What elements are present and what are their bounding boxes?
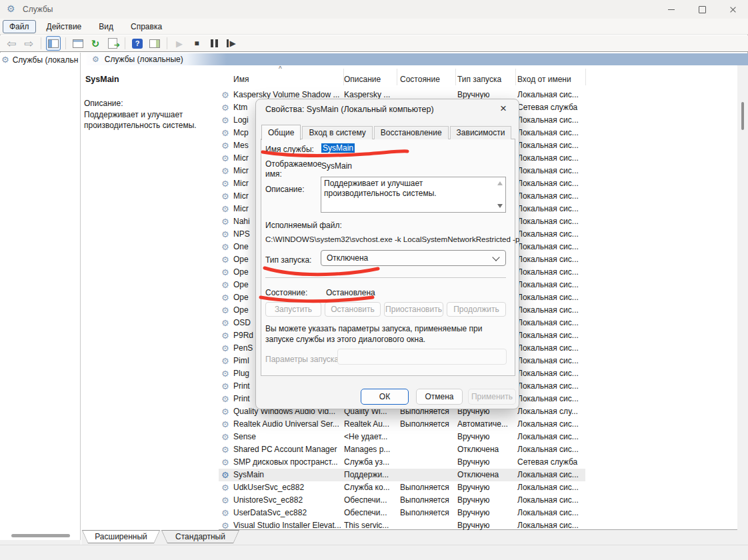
service-gear-icon: ⚙	[221, 481, 229, 494]
service-gear-icon: ⚙	[221, 431, 229, 443]
close-button[interactable]	[717, 0, 748, 19]
service-gear-icon: ⚙	[221, 329, 229, 342]
services-gear-icon: ⚙	[92, 55, 99, 64]
apply-button[interactable]: Применить	[468, 389, 516, 405]
maximize-button[interactable]	[687, 0, 717, 19]
start-service-icon[interactable]: ▶	[172, 36, 187, 51]
dialog-tab-вход-в-систему[interactable]: Вход в систему	[302, 126, 372, 139]
service-button-4[interactable]: Продолжить	[447, 302, 506, 317]
cell-logon-as: Локальная сис...	[517, 228, 584, 241]
service-gear-icon: ⚙	[221, 241, 229, 253]
menu-item-файл[interactable]: Файл	[3, 20, 36, 33]
service-button-2[interactable]: Остановить	[325, 302, 381, 317]
service-button-1[interactable]: Запустить	[265, 302, 321, 317]
cell-logon-as: Локальная сис...	[517, 203, 584, 215]
menu-item-действие[interactable]: Действие	[40, 20, 89, 33]
table-row[interactable]: ⚙UnistoreSvc_ec882Обеспечи...Выполняется…	[219, 494, 585, 507]
column-header-5[interactable]: Вход от имени	[517, 75, 571, 84]
cell-status: Выполняется	[400, 507, 456, 519]
table-row[interactable]: ⚙Shared PC Account ManagerManages p...От…	[219, 443, 585, 456]
menu-item-вид[interactable]: Вид	[92, 20, 120, 33]
ok-button[interactable]: ОК	[361, 389, 409, 405]
list-vertical-scrollbar[interactable]	[737, 65, 748, 530]
cancel-button[interactable]: Отмена	[416, 389, 463, 405]
selected-service-name: SysMain	[85, 75, 119, 84]
refresh-icon[interactable]: ↻	[88, 36, 103, 51]
properties-icon[interactable]	[71, 36, 85, 51]
cell-startup-type: Вручную	[457, 507, 516, 519]
service-gear-icon: ⚙	[221, 101, 229, 114]
help-icon[interactable]: ?	[130, 36, 145, 51]
description-text: Поддерживает и улучшает производительнос…	[324, 179, 495, 199]
service-gear-icon: ⚙	[221, 114, 229, 127]
stop-service-icon[interactable]: ■	[189, 36, 204, 51]
service-description: Поддерживает и улучшает производительнос…	[84, 109, 208, 131]
column-header-2[interactable]: Описание	[344, 75, 381, 84]
service-gear-icon: ⚙	[221, 418, 229, 431]
toolbar-separator	[125, 37, 125, 49]
column-divider[interactable]	[585, 69, 586, 85]
column-divider[interactable]	[397, 69, 397, 85]
column-header-3[interactable]: Состояние	[400, 75, 440, 84]
column-divider[interactable]	[455, 69, 456, 85]
column-divider[interactable]	[515, 69, 516, 85]
cell-logon-as: Локальная сис...	[517, 393, 584, 405]
console-tree-icon[interactable]	[46, 36, 61, 51]
back-icon[interactable]: ⇦	[4, 36, 19, 51]
export-list-icon[interactable]: ➔	[105, 36, 120, 51]
view-tab-стандартный[interactable]: Стандартный	[161, 530, 239, 543]
params-label: Параметры запуска:	[265, 355, 341, 364]
table-row[interactable]: ⚙Realtek Audio Universal Ser...Realtek A…	[219, 418, 585, 431]
cell-description: Поддержи...	[344, 469, 396, 481]
state-value: Остановлена	[326, 288, 375, 297]
view-tab-расширенный[interactable]: Расширенный	[82, 530, 160, 543]
cell-name: Realtek Audio Universal Ser...	[233, 418, 341, 431]
table-row[interactable]: ⚙Sense<Не удает...ВручнуюЛокальная сис..…	[219, 431, 585, 443]
services-window: ⚙ Службы ФайлДействиеВидСправка ⇦⇨↻➔?▶■▶…	[0, 0, 748, 560]
tree-root-services[interactable]: ⚙ Службы (локальн	[1, 55, 81, 65]
column-header-4[interactable]: Тип запуска	[457, 75, 501, 84]
description-label: Описание:	[84, 99, 123, 108]
dialog-tab-восстановление[interactable]: Восстановление	[374, 126, 449, 139]
description-textarea[interactable]: Поддерживает и улучшает производительнос…	[321, 177, 506, 213]
list-header: ИмяОписаниеСостояниеТип запускаВход от и…	[219, 65, 748, 89]
service-gear-icon: ⚙	[221, 405, 229, 418]
service-name-value[interactable]: SysMain	[321, 143, 355, 153]
column-header-1[interactable]: Имя	[233, 75, 249, 84]
action-pane-icon[interactable]	[147, 36, 162, 51]
dialog-tab-зависимости[interactable]: Зависимости	[450, 126, 512, 139]
forward-icon[interactable]: ⇨	[21, 36, 36, 51]
cell-logon-as: Локальная сис...	[517, 165, 584, 177]
service-button-3[interactable]: Приостановить	[384, 302, 443, 317]
scroll-down-icon[interactable]	[497, 204, 503, 208]
cell-logon-as: Локальная сис...	[517, 329, 584, 342]
column-divider[interactable]	[343, 69, 344, 85]
services-gear-icon: ⚙	[1, 55, 9, 65]
cell-name: Sense	[233, 431, 341, 443]
dialog-tab-общие[interactable]: Общие	[261, 125, 301, 140]
table-row[interactable]: ⚙UdkUserSvc_ec882Служба ко...Выполняется…	[219, 481, 585, 494]
sort-ascending-icon: ^	[279, 65, 282, 73]
dialog-close-button[interactable]: ×	[496, 102, 511, 115]
startup-type-combobox[interactable]: Отключена	[321, 250, 506, 266]
scroll-up-icon[interactable]	[497, 181, 503, 185]
service-gear-icon: ⚙	[221, 494, 229, 507]
menu-item-справка[interactable]: Справка	[124, 20, 169, 33]
params-hint: Вы можете указать параметры запуска, при…	[265, 323, 509, 345]
service-gear-icon: ⚙	[221, 165, 229, 177]
state-label: Состояние:	[265, 288, 307, 297]
pause-service-icon[interactable]	[207, 36, 221, 51]
params-input[interactable]	[337, 349, 507, 365]
scrollbar-thumb[interactable]	[741, 102, 744, 130]
cell-logon-as: Локальная сис...	[517, 241, 584, 253]
table-row[interactable]: ⚙UserDataSvc_ec882Обеспечи...Выполняется…	[219, 507, 585, 519]
cell-logon-as: Локальная сис...	[517, 215, 584, 228]
tree-horizontal-scrollbar[interactable]	[11, 534, 70, 537]
cell-description: Служба ко...	[344, 481, 396, 494]
minimize-button[interactable]	[656, 0, 687, 19]
cell-logon-as: Локальная слу...	[517, 405, 584, 418]
table-row[interactable]: ⚙SMP дисковых пространст...Служба уз...В…	[219, 456, 585, 469]
restart-service-icon[interactable]: ▶	[224, 36, 239, 51]
toolbar-separator	[167, 37, 167, 49]
table-row[interactable]: ⚙SysMainПоддержи...ОтключенаЛокальная си…	[219, 469, 585, 481]
